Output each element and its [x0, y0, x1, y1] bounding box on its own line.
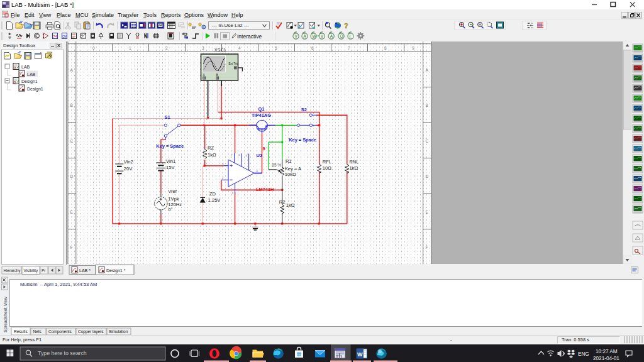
svg-text:1kΩ: 1kΩ	[208, 152, 216, 158]
svg-text:Type here to search: Type here to search	[38, 350, 87, 356]
svg-text:Design1 *: Design1 *	[106, 268, 126, 273]
svg-text:2021-04-01: 2021-04-01	[593, 356, 619, 361]
svg-text:R2: R2	[279, 199, 286, 205]
svg-text:Copper layers: Copper layers	[78, 329, 104, 334]
svg-text:W: W	[357, 351, 363, 358]
svg-text:Vref: Vref	[168, 189, 177, 194]
svg-text:V: V	[321, 34, 324, 38]
svg-text:O: O	[340, 34, 343, 38]
svg-text:74: 74	[53, 35, 57, 38]
svg-text:I: I	[350, 34, 351, 38]
svg-text:RFL: RFL	[323, 159, 331, 165]
svg-text:R1: R1	[286, 158, 292, 164]
svg-text:3: 3	[202, 46, 204, 50]
svg-text:RZ: RZ	[208, 145, 214, 151]
svg-text:Key = Space: Key = Space	[289, 137, 316, 143]
svg-text:4: 4	[238, 46, 241, 50]
svg-text:Design1: Design1	[21, 79, 38, 84]
svg-text:Nets: Nets	[33, 329, 42, 334]
svg-text:U2: U2	[257, 153, 262, 158]
svg-text:10:27 AM: 10:27 AM	[596, 349, 618, 354]
svg-text:9: 9	[412, 46, 414, 50]
svg-text:F: F	[70, 245, 73, 250]
svg-text:10Ω: 10Ω	[323, 165, 331, 171]
svg-text:Q1: Q1	[258, 106, 265, 112]
svg-text:Design1: Design1	[27, 87, 43, 92]
svg-text:1kΩ: 1kΩ	[349, 165, 358, 171]
svg-text:E: E	[70, 210, 74, 214]
svg-text:0: 0	[92, 46, 95, 50]
svg-text:D: D	[426, 174, 429, 178]
svg-text:TIP41AG: TIP41AG	[252, 112, 271, 118]
svg-text:B: B	[426, 103, 428, 107]
svg-text:Visibility: Visibility	[24, 268, 38, 273]
svg-text:Vin1: Vin1	[166, 158, 175, 164]
svg-text:S1: S1	[165, 114, 170, 120]
svg-text:E: E	[426, 210, 429, 214]
svg-text:A: A	[330, 34, 333, 38]
svg-text:1Vpk: 1Vpk	[168, 196, 179, 202]
svg-text:Ext Trig: Ext Trig	[229, 62, 239, 65]
svg-text:1.25V: 1.25V	[208, 197, 221, 203]
svg-text:LAB: LAB	[27, 72, 36, 77]
svg-text:20V: 20V	[124, 166, 133, 172]
svg-text:Results: Results	[14, 329, 28, 334]
svg-text:B: B	[216, 74, 218, 77]
svg-text:F: F	[426, 245, 428, 250]
svg-text:Simulation: Simulation	[109, 329, 128, 334]
svg-text:Pr: Pr	[42, 268, 45, 273]
svg-text:XSC1: XSC1	[214, 47, 226, 53]
svg-text:1: 1	[129, 46, 131, 50]
svg-text:RNL: RNL	[349, 159, 358, 165]
svg-text:85 %: 85 %	[272, 163, 281, 167]
svg-text:ZD: ZD	[209, 191, 216, 197]
svg-text:8: 8	[384, 46, 387, 50]
svg-text:--- In-Use List ---: --- In-Use List ---	[212, 23, 249, 28]
svg-text:S2: S2	[301, 107, 307, 112]
svg-text:C: C	[426, 139, 429, 143]
svg-text:Hierarchy: Hierarchy	[4, 268, 21, 273]
svg-text:7: 7	[348, 46, 350, 50]
svg-text:LAB: LAB	[21, 65, 30, 69]
svg-text:D: D	[70, 174, 74, 178]
svg-text:9: 9	[263, 146, 265, 151]
svg-text:Vin2: Vin2	[124, 159, 133, 165]
svg-text:15V: 15V	[166, 165, 175, 170]
svg-text:LM741H: LM741H	[256, 187, 274, 192]
svg-text:LAB *: LAB *	[79, 268, 91, 273]
svg-text:?: ?	[344, 22, 348, 30]
svg-text:Key = Space: Key = Space	[156, 143, 184, 149]
svg-text:V: V	[295, 34, 298, 38]
svg-text:Interactive: Interactive	[237, 33, 262, 40]
svg-text:Key = A: Key = A	[285, 166, 302, 172]
svg-text:A: A	[304, 34, 307, 38]
svg-text:A: A	[70, 68, 74, 72]
svg-text:CM: CM	[62, 35, 67, 38]
svg-text:2: 2	[165, 46, 168, 50]
svg-text:10kΩ: 10kΩ	[285, 172, 296, 177]
svg-text:B: B	[70, 103, 73, 107]
svg-text:Spreadsheet View: Spreadsheet View	[3, 296, 8, 332]
svg-text:A: A	[426, 68, 429, 72]
svg-text:1kΩ: 1kΩ	[286, 202, 295, 208]
svg-text:ENG: ENG	[578, 351, 589, 357]
svg-text:W: W	[313, 34, 317, 38]
svg-text:C: C	[70, 139, 74, 143]
svg-text:6: 6	[311, 46, 314, 50]
svg-text:A: A	[81, 33, 83, 36]
svg-text:5: 5	[275, 46, 277, 50]
svg-text:0°: 0°	[168, 207, 172, 212]
svg-text:Components: Components	[48, 329, 72, 334]
